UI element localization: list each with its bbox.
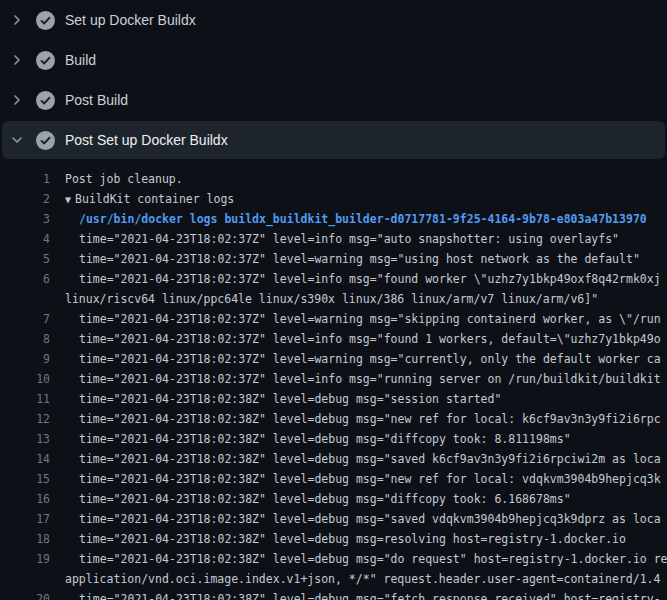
chevron-down-icon[interactable] [9, 132, 25, 148]
log-line: 18time="2021-04-23T18:02:38Z" level=debu… [0, 529, 667, 549]
chevron-right-icon[interactable] [9, 12, 25, 28]
log-text: time="2021-04-23T18:02:38Z" level=debug … [79, 509, 661, 529]
line-number[interactable]: 15 [0, 469, 50, 489]
chevron-right-icon[interactable] [9, 52, 25, 68]
check-circle-icon [36, 51, 55, 70]
line-number[interactable]: 5 [0, 249, 50, 269]
line-number[interactable]: 2 [0, 189, 50, 209]
log-line: 14time="2021-04-23T18:02:38Z" level=debu… [0, 449, 667, 469]
log-line: 7time="2021-04-23T18:02:37Z" level=warni… [0, 309, 667, 329]
log-line: 4time="2021-04-23T18:02:37Z" level=info … [0, 229, 667, 249]
log-line: 3/usr/bin/docker logs buildx_buildkit_bu… [0, 209, 667, 229]
log-text: time="2021-04-23T18:02:37Z" level=warnin… [79, 309, 661, 329]
log-line: 16time="2021-04-23T18:02:38Z" level=debu… [0, 489, 667, 509]
step-label: Set up Docker Buildx [65, 12, 196, 28]
log-text: time="2021-04-23T18:02:37Z" level=info m… [79, 329, 661, 349]
chevron-right-icon[interactable] [9, 92, 25, 108]
log-text: time="2021-04-23T18:02:38Z" level=debug … [79, 429, 571, 449]
line-number[interactable]: 4 [0, 229, 50, 249]
log-text: time="2021-04-23T18:02:38Z" level=debug … [79, 489, 571, 509]
step-label: Post Set up Docker Buildx [65, 132, 228, 148]
log-line: 9time="2021-04-23T18:02:37Z" level=warni… [0, 349, 667, 369]
log-line: 2▼BuildKit container logs [0, 189, 667, 209]
log-text: time="2021-04-23T18:02:38Z" level=debug … [79, 589, 661, 600]
step-header-post-set-up-docker-buildx[interactable]: Post Set up Docker Buildx [2, 121, 665, 159]
check-circle-icon [36, 91, 55, 110]
line-number[interactable]: 7 [0, 309, 50, 329]
line-number[interactable]: 18 [0, 529, 50, 549]
log-line: 1Post job cleanup. [0, 169, 667, 189]
log-group-header[interactable]: ▼BuildKit container logs [65, 189, 234, 209]
line-number[interactable]: 16 [0, 489, 50, 509]
log-line: 5time="2021-04-23T18:02:37Z" level=warni… [0, 249, 667, 269]
line-number[interactable]: 11 [0, 389, 50, 409]
line-number[interactable]: 8 [0, 329, 50, 349]
log-line: 12time="2021-04-23T18:02:38Z" level=debu… [0, 409, 667, 429]
log-line: 8time="2021-04-23T18:02:37Z" level=info … [0, 329, 667, 349]
line-number[interactable]: 13 [0, 429, 50, 449]
log-command-text: /usr/bin/docker logs buildx_buildkit_bui… [79, 209, 647, 229]
line-number[interactable]: 19 [0, 549, 50, 569]
log-line-wrap: application/vnd.oci.image.index.v1+json,… [0, 569, 667, 589]
log-text: time="2021-04-23T18:02:38Z" level=debug … [79, 409, 661, 429]
log-output: 1Post job cleanup.2▼BuildKit container l… [0, 160, 667, 600]
log-text: time="2021-04-23T18:02:38Z" level=debug … [79, 449, 661, 469]
log-line-wrap: linux/riscv64 linux/ppc64le linux/s390x … [0, 289, 667, 309]
log-line: 15time="2021-04-23T18:02:38Z" level=debu… [0, 469, 667, 489]
line-number[interactable]: 17 [0, 509, 50, 529]
step-header-post-build[interactable]: Post Build [0, 80, 667, 120]
log-line: 13time="2021-04-23T18:02:38Z" level=debu… [0, 429, 667, 449]
log-text: linux/riscv64 linux/ppc64le linux/s390x … [65, 289, 598, 309]
log-line: 20time="2021-04-23T18:02:38Z" level=debu… [0, 589, 667, 600]
collapse-triangle-icon[interactable]: ▼ [65, 190, 71, 210]
line-number[interactable]: 20 [0, 589, 50, 600]
check-circle-icon [36, 131, 55, 150]
line-number[interactable]: 14 [0, 449, 50, 469]
log-text: time="2021-04-23T18:02:37Z" level=warnin… [79, 249, 640, 269]
line-number[interactable] [0, 569, 50, 589]
line-number[interactable] [0, 289, 50, 309]
step-label: Post Build [65, 92, 128, 108]
step-label: Build [65, 52, 96, 68]
log-text: time="2021-04-23T18:02:37Z" level=info m… [79, 269, 661, 289]
log-text: time="2021-04-23T18:02:37Z" level=info m… [79, 369, 661, 389]
log-text: time="2021-04-23T18:02:38Z" level=debug … [79, 529, 626, 549]
line-number[interactable]: 10 [0, 369, 50, 389]
log-text: time="2021-04-23T18:02:37Z" level=warnin… [79, 349, 661, 369]
log-line: 19time="2021-04-23T18:02:38Z" level=debu… [0, 549, 667, 569]
log-line: 17time="2021-04-23T18:02:38Z" level=debu… [0, 509, 667, 529]
actions-log-viewer: Set up Docker BuildxBuildPost BuildPost … [0, 0, 667, 600]
log-group-title: BuildKit container logs [75, 192, 234, 206]
log-text: Post job cleanup. [65, 169, 183, 189]
step-header-set-up-docker-buildx[interactable]: Set up Docker Buildx [0, 0, 667, 40]
log-text: time="2021-04-23T18:02:38Z" level=debug … [79, 469, 661, 489]
log-line: 6time="2021-04-23T18:02:37Z" level=info … [0, 269, 667, 289]
log-text: time="2021-04-23T18:02:37Z" level=info m… [79, 229, 619, 249]
log-text: application/vnd.oci.image.index.v1+json,… [65, 569, 660, 589]
step-header-build[interactable]: Build [0, 40, 667, 80]
step-list: Set up Docker BuildxBuildPost BuildPost … [0, 0, 667, 159]
check-circle-icon [36, 11, 55, 30]
line-number[interactable]: 3 [0, 209, 50, 229]
log-text: time="2021-04-23T18:02:38Z" level=debug … [79, 389, 501, 409]
line-number[interactable]: 12 [0, 409, 50, 429]
log-line: 10time="2021-04-23T18:02:37Z" level=info… [0, 369, 667, 389]
line-number[interactable]: 6 [0, 269, 50, 289]
log-text: time="2021-04-23T18:02:38Z" level=debug … [79, 549, 667, 569]
line-number[interactable]: 9 [0, 349, 50, 369]
log-line: 11time="2021-04-23T18:02:38Z" level=debu… [0, 389, 667, 409]
line-number[interactable]: 1 [0, 169, 50, 189]
